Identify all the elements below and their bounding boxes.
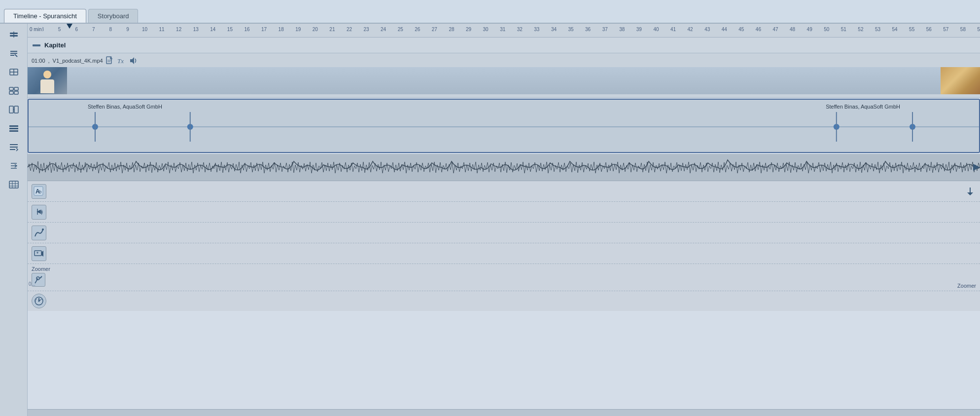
- ruler-tick-7: 7: [92, 27, 95, 32]
- svg-point-58: [38, 301, 40, 302]
- doc-icon: [106, 56, 114, 65]
- multicam-tool-button[interactable]: [4, 82, 24, 100]
- ruler-tick-40: 40: [653, 27, 659, 32]
- ruler-tick-41: 41: [670, 27, 676, 32]
- table-tool-button[interactable]: [4, 176, 24, 193]
- svg-rect-18: [9, 130, 18, 132]
- ruler-tick-37: 37: [602, 27, 608, 32]
- ruler-tick-10: 10: [142, 27, 147, 32]
- trim-tool-button[interactable]: [4, 63, 24, 81]
- waveform-track: // We'll use a static path approximation: [28, 154, 980, 181]
- speed-track: [28, 291, 980, 311]
- video-thumbnail-right: [941, 67, 980, 94]
- ruler-tick-33: 33: [534, 27, 539, 32]
- fx-icon: Tx: [117, 56, 126, 65]
- ruler-tick-12: 12: [176, 27, 181, 32]
- text-effect-icon[interactable]: A b: [32, 184, 46, 199]
- ruler-tick-43: 43: [704, 27, 710, 32]
- zoomer-label-right: Zoomer: [957, 283, 976, 289]
- svg-rect-17: [9, 128, 18, 129]
- left-toolbar: [0, 24, 28, 416]
- ruler-tick-22: 22: [347, 27, 352, 32]
- svg-rect-14: [14, 106, 18, 113]
- ruler-tick-18: 18: [279, 27, 284, 32]
- zoomer-left-number: 0...: [29, 281, 35, 287]
- ruler-tick-31: 31: [500, 27, 505, 32]
- tab-storyboard[interactable]: Storyboard: [88, 9, 139, 23]
- zoomer-track: Zoomer 0... Zoomer: [28, 264, 980, 291]
- svg-rect-9: [9, 87, 13, 90]
- ruler-tick-9: 9: [126, 27, 129, 32]
- ruler-tick-52: 52: [858, 27, 863, 32]
- text-effect-end-icon: [965, 186, 975, 197]
- select-tool-button[interactable]: [4, 44, 24, 62]
- svg-text:Tx: Tx: [117, 57, 124, 65]
- ruler-tick-6: 6: [75, 27, 78, 32]
- food-thumbnail: [941, 67, 980, 94]
- ruler-tick-3: 3: [42, 27, 44, 32]
- svg-line-60: [41, 299, 42, 300]
- horizontal-scrollbar[interactable]: [28, 409, 980, 416]
- playhead-triangle: [67, 24, 72, 29]
- curve-track: [28, 223, 980, 243]
- svg-rect-10: [14, 87, 18, 90]
- person-body: [40, 79, 54, 93]
- chapter-icon: [33, 44, 40, 46]
- video-track: 01:00 , V1_podcast_4K.mp4 Tx: [28, 53, 980, 98]
- speed-icon[interactable]: [32, 294, 46, 308]
- svg-rect-11: [9, 91, 13, 94]
- ruler-tick-39: 39: [636, 27, 642, 32]
- ruler-tick-13: 13: [193, 27, 199, 32]
- ruler-tick-15: 15: [227, 27, 233, 32]
- video-track-bg: [67, 67, 941, 94]
- ruler-tick-5: 5: [58, 27, 61, 32]
- ruler-tick-29: 29: [466, 27, 471, 32]
- svg-rect-12: [14, 91, 18, 94]
- svg-rect-25: [9, 181, 18, 188]
- ruler-tick-17: 17: [261, 27, 267, 32]
- ruler-tick-30: 30: [483, 27, 489, 32]
- ruler-tick-20: 20: [313, 27, 318, 32]
- ruler-tick-53: 53: [875, 27, 880, 32]
- audio-clip-track: [28, 202, 980, 223]
- ruler-tick-32: 32: [517, 27, 523, 32]
- tab-timeline[interactable]: Timeline - Spuransicht: [4, 9, 86, 23]
- curve-icon[interactable]: [32, 226, 46, 240]
- ruler-tick-8: 8: [109, 27, 112, 32]
- svg-line-54: [40, 276, 42, 278]
- grid-tool-button[interactable]: [4, 119, 24, 137]
- ruler-tick-34: 34: [551, 27, 557, 32]
- ruler-tick-46: 46: [756, 27, 761, 32]
- tracks-container[interactable]: Kapitel 01:00 , V1_podcast_4K.mp4: [28, 38, 980, 409]
- svg-line-59: [36, 299, 37, 300]
- ruler-tick-49: 49: [807, 27, 812, 32]
- svg-rect-48: [35, 251, 41, 256]
- branch-tool-button[interactable]: [4, 157, 24, 175]
- zoom-video-icon[interactable]: [32, 246, 46, 261]
- person-silhouette: [37, 69, 57, 93]
- ruler-ticks: // Generated inline 35678910111213141516…: [42, 24, 980, 37]
- ruler[interactable]: 0 min // Generated inline 35678910111213…: [28, 24, 980, 38]
- text-effect-track: A b: [28, 181, 980, 202]
- ruler-tick-19: 19: [295, 27, 301, 32]
- video-track-header: 01:00 , V1_podcast_4K.mp4 Tx: [28, 53, 980, 68]
- ruler-start-label: 0 min: [30, 27, 41, 32]
- audio-clip-icon[interactable]: [32, 205, 46, 220]
- group-tool-button[interactable]: [4, 101, 24, 118]
- split-tool-button[interactable]: [4, 26, 24, 43]
- timeline-area: 0 min // Generated inline 35678910111213…: [28, 24, 980, 416]
- audio-overlay-track: Steffen Binas, AquaSoft GmbH Steffen Bin…: [28, 99, 980, 153]
- ruler-tick-16: 16: [244, 27, 249, 32]
- align-tool-button[interactable]: [4, 138, 24, 156]
- ruler-tick-21: 21: [329, 27, 335, 32]
- ruler-tick-38: 38: [619, 27, 625, 32]
- ruler-labels: 3567891011121314151617181920212223242526…: [42, 27, 980, 35]
- ruler-tick-55: 55: [909, 27, 914, 32]
- ruler-tick-54: 54: [892, 27, 898, 32]
- ruler-tick-57: 57: [943, 27, 948, 32]
- audio-volume-icon: [129, 56, 138, 65]
- ruler-tick-27: 27: [432, 27, 437, 32]
- playhead[interactable]: [66, 24, 73, 38]
- ruler-tick-24: 24: [381, 27, 386, 32]
- ruler-tick-44: 44: [722, 27, 727, 32]
